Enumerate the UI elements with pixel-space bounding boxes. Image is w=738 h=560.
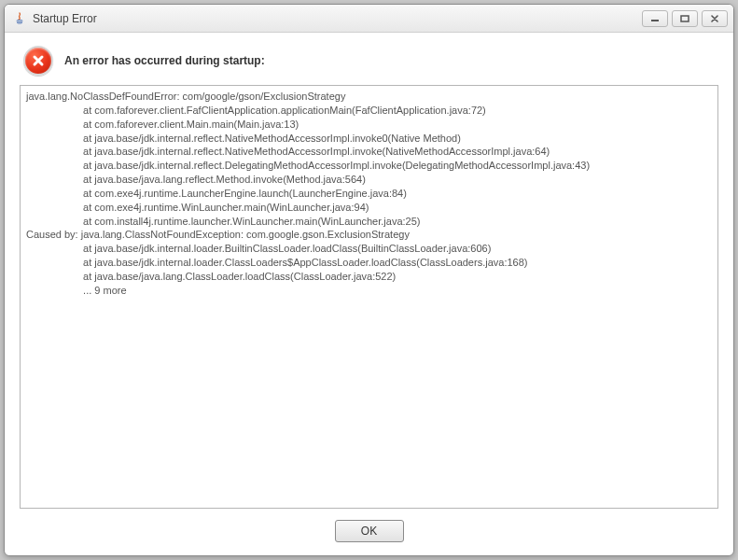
stacktrace-line: at java.base/jdk.internal.reflect.Native…	[26, 145, 712, 159]
stacktrace-line: ... 9 more	[26, 284, 712, 298]
stacktrace-textarea[interactable]: java.lang.NoClassDefFoundError: com/goog…	[20, 85, 718, 509]
stacktrace-line: at com.exe4j.runtime.LauncherEngine.laun…	[26, 187, 712, 201]
svg-point-0	[17, 20, 22, 21]
stacktrace-line: at java.base/jdk.internal.loader.Builtin…	[26, 242, 712, 256]
maximize-button[interactable]	[672, 10, 698, 27]
stacktrace-line: at com.exe4j.runtime.WinLauncher.main(Wi…	[26, 201, 712, 215]
svg-rect-1	[651, 20, 659, 21]
stacktrace-line: at com.faforever.client.Main.main(Main.j…	[26, 118, 712, 132]
stacktrace-line: Caused by: java.lang.ClassNotFoundExcept…	[26, 228, 712, 242]
error-icon	[23, 46, 53, 76]
svg-rect-2	[681, 16, 689, 21]
stacktrace-line: at java.base/jdk.internal.loader.ClassLo…	[26, 256, 712, 270]
java-icon	[12, 11, 27, 26]
stacktrace-line: java.lang.NoClassDefFoundError: com/goog…	[26, 90, 712, 104]
stacktrace-line: at java.base/java.lang.reflect.Method.in…	[26, 173, 712, 187]
dialog-footer: OK	[20, 509, 718, 542]
stacktrace-line: at com.install4j.runtime.launcher.WinLau…	[26, 215, 712, 229]
close-button[interactable]	[702, 10, 728, 27]
stacktrace-line: at java.base/jdk.internal.reflect.Delega…	[26, 159, 712, 173]
stacktrace-line: at com.faforever.client.FafClientApplica…	[26, 104, 712, 118]
dialog-content: An error has occurred during startup: ja…	[5, 33, 733, 555]
minimize-button[interactable]	[642, 10, 668, 27]
error-message: An error has occurred during startup:	[64, 54, 265, 67]
error-header: An error has occurred during startup:	[20, 44, 718, 85]
stacktrace-line: at java.base/java.lang.ClassLoader.loadC…	[26, 270, 712, 284]
titlebar[interactable]: Startup Error	[5, 5, 733, 33]
ok-button[interactable]: OK	[335, 520, 404, 542]
stacktrace-line: at java.base/jdk.internal.reflect.Native…	[26, 132, 712, 146]
dialog-window: Startup Error An error has occurred duri…	[4, 4, 734, 556]
window-title: Startup Error	[33, 12, 97, 25]
